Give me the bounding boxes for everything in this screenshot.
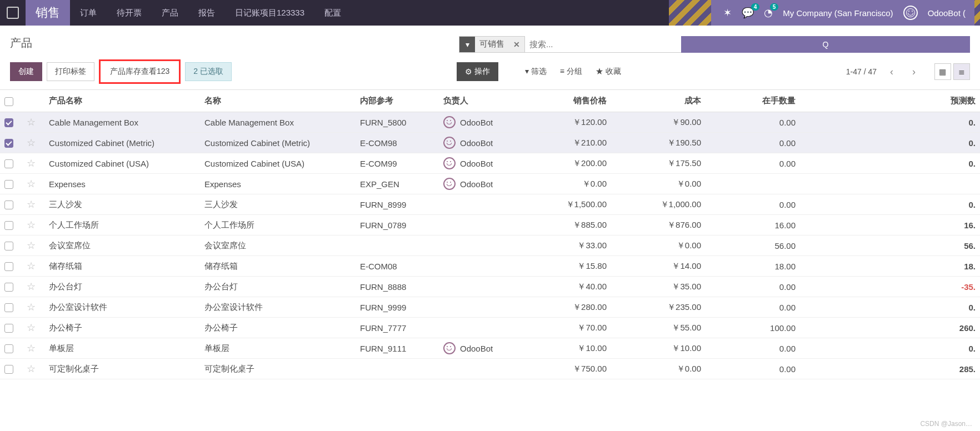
pager-prev-button[interactable]: ‹ (884, 64, 899, 79)
col-responsible[interactable]: 负责人 (439, 90, 533, 112)
col-product-name[interactable]: 产品名称 (44, 90, 200, 112)
row-checkbox[interactable] (4, 201, 13, 209)
menu-item-0[interactable]: 订单 (70, 0, 107, 26)
search-input[interactable] (525, 36, 681, 53)
cell-ref: E-COM99 (356, 153, 439, 174)
star-icon[interactable]: ☆ (27, 158, 36, 169)
table-row[interactable]: ☆ Expenses Expenses EXP_GEN OdooBot ￥0.0… (0, 174, 980, 194)
select-all-checkbox[interactable] (4, 97, 13, 106)
star-icon[interactable]: ☆ (27, 240, 36, 251)
star-icon[interactable]: ☆ (27, 178, 36, 189)
star-icon[interactable]: ☆ (27, 260, 36, 272)
table-row[interactable]: ☆ 办公室设计软件 办公室设计软件 FURN_9999 ￥280.00 ￥235… (0, 297, 980, 318)
star-icon[interactable]: ☆ (27, 117, 36, 128)
row-checkbox[interactable] (4, 344, 13, 353)
star-icon[interactable]: ☆ (27, 322, 36, 333)
row-checkbox[interactable] (4, 159, 13, 168)
row-checkbox[interactable] (4, 139, 13, 148)
menu-item-5[interactable]: 配置 (314, 0, 351, 26)
cell-qty: 0.00 (706, 359, 800, 379)
facet-remove-button[interactable]: ✕ (509, 40, 524, 49)
menu-item-4[interactable]: 日记账项目123333 (225, 0, 314, 26)
pager-range[interactable]: 1-47 / 47 (846, 67, 877, 76)
cell-cost: ￥876.00 (611, 215, 706, 235)
row-checkbox[interactable] (4, 221, 13, 230)
list-view-button[interactable]: ≣ (953, 63, 970, 80)
table-row[interactable]: ☆ 储存纸箱 储存纸箱 E-COM08 ￥15.80 ￥14.00 18.00 … (0, 256, 980, 277)
cell-qty: 0.00 (706, 112, 800, 133)
cell-price: ￥750.00 (533, 359, 611, 379)
row-checkbox[interactable] (4, 118, 13, 127)
cell-product-name: Expenses (44, 174, 200, 194)
col-forecast[interactable]: 预测数 (800, 90, 980, 112)
cell-forecast: -35. (800, 277, 980, 297)
groupby-dropdown[interactable]: ≡ 分组 (560, 67, 582, 77)
messages-button[interactable]: 💬 4 (742, 7, 754, 19)
print-labels-button[interactable]: 打印标签 (47, 62, 94, 81)
row-checkbox[interactable] (4, 283, 13, 292)
col-sale-price[interactable]: 销售价格 (533, 90, 611, 112)
create-button[interactable]: 创建 (10, 62, 42, 81)
apps-home-button[interactable] (0, 0, 26, 26)
star-icon[interactable]: ☆ (27, 137, 36, 148)
product-stock-view-button[interactable]: 产品库存查看123 (102, 62, 178, 81)
filters-dropdown[interactable]: ▾ 筛选 (525, 67, 547, 77)
table-row[interactable]: ☆ Customized Cabinet (USA) Customized Ca… (0, 153, 980, 174)
cell-name: 储存纸箱 (200, 256, 356, 277)
cell-qty: 100.00 (706, 318, 800, 338)
menu-item-3[interactable]: 报告 (188, 0, 225, 26)
row-checkbox[interactable] (4, 324, 13, 333)
table-row[interactable]: ☆ 办公台灯 办公台灯 FURN_8888 ￥40.00 ￥35.00 0.00… (0, 277, 980, 297)
row-checkbox[interactable] (4, 303, 13, 312)
pager-next-button[interactable]: › (907, 64, 921, 79)
star-icon[interactable]: ☆ (27, 281, 36, 292)
table-row[interactable]: ☆ 单板层 单板层 FURN_9111 OdooBot ￥10.00 ￥10.0… (0, 338, 980, 359)
col-name[interactable]: 名称 (200, 90, 356, 112)
cell-qty: 0.00 (706, 297, 800, 318)
table-row[interactable]: ☆ 三人沙发 三人沙发 FURN_8999 ￥1,500.00 ￥1,000.0… (0, 194, 980, 215)
cell-product-name: 会议室席位 (44, 235, 200, 256)
cell-price: ￥210.00 (533, 133, 611, 153)
funnel-icon: ▾ (459, 37, 475, 52)
avatar-icon (443, 342, 456, 354)
col-on-hand[interactable]: 在手数量 (706, 90, 800, 112)
cell-responsible (439, 235, 533, 256)
table-row[interactable]: ☆ 可定制化桌子 可定制化桌子 ￥750.00 ￥0.00 0.00 285. (0, 359, 980, 379)
star-icon[interactable]: ☆ (27, 219, 36, 230)
col-internal-ref[interactable]: 内部参考 (356, 90, 439, 112)
responsible-name: OdooBot (460, 159, 493, 168)
app-title[interactable]: 销售 (26, 0, 70, 26)
table-row[interactable]: ☆ Cable Management Box Cable Management … (0, 112, 980, 133)
kanban-view-button[interactable]: ▦ (934, 63, 951, 80)
star-icon[interactable]: ☆ (27, 199, 36, 210)
search-button[interactable]: Q (681, 36, 970, 53)
table-row[interactable]: ☆ 会议室席位 会议室席位 ￥33.00 ￥0.00 56.00 56. (0, 235, 980, 256)
cell-responsible: OdooBot (439, 174, 533, 194)
cell-forecast: 285. (800, 359, 980, 379)
star-icon[interactable]: ☆ (27, 302, 36, 313)
col-cost[interactable]: 成本 (611, 90, 706, 112)
actions-button[interactable]: ⚙ 操作 (457, 62, 498, 81)
cell-qty: 0.00 (706, 153, 800, 174)
row-checkbox[interactable] (4, 180, 13, 189)
activities-button[interactable]: ◔ 5 (764, 7, 773, 19)
star-icon[interactable]: ☆ (27, 343, 36, 354)
cell-product-name: Customized Cabinet (USA) (44, 153, 200, 174)
row-checkbox[interactable] (4, 242, 13, 250)
favorites-dropdown[interactable]: ★ 收藏 (596, 67, 621, 77)
table-row[interactable]: ☆ 办公椅子 办公椅子 FURN_7777 ￥70.00 ￥55.00 100.… (0, 318, 980, 338)
table-row[interactable]: ☆ 个人工作场所 个人工作场所 FURN_0789 ￥885.00 ￥876.0… (0, 215, 980, 235)
menu-item-2[interactable]: 产品 (152, 0, 188, 26)
star-icon[interactable]: ☆ (27, 363, 36, 374)
cell-forecast: 0. (800, 338, 980, 359)
selected-count-button[interactable]: 2 已选取 (185, 62, 232, 81)
company-selector[interactable]: My Company (San Francisco) (783, 8, 893, 18)
user-name[interactable]: OdooBot ( (928, 8, 966, 18)
row-checkbox[interactable] (4, 365, 13, 374)
bug-icon[interactable]: ✶ (723, 7, 732, 19)
smile-icon (906, 8, 915, 17)
menu-item-1[interactable]: 待开票 (107, 0, 152, 26)
user-avatar[interactable] (903, 6, 918, 20)
row-checkbox[interactable] (4, 262, 13, 271)
table-row[interactable]: ☆ Customized Cabinet (Metric) Customized… (0, 133, 980, 153)
